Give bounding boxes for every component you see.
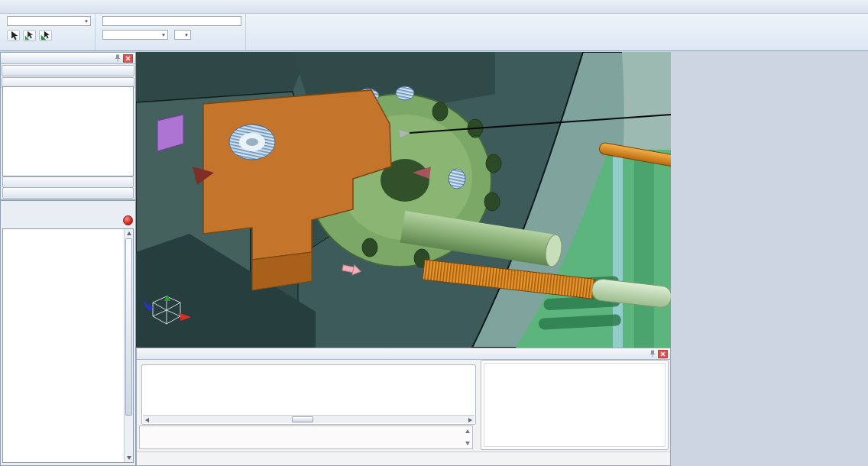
measurement-frame-row: ▼ ▼ bbox=[99, 30, 241, 40]
machine-tree-box bbox=[2, 228, 134, 463]
ribbon-group-entities: ▼ bbox=[0, 13, 96, 50]
measurements-hscrollbar[interactable] bbox=[143, 415, 474, 423]
viewport-3d-scene[interactable] bbox=[136, 52, 671, 348]
select-cursor-button[interactable] bbox=[7, 30, 20, 41]
frame-dropdown[interactable]: ▼ bbox=[102, 30, 168, 40]
machined-part-render bbox=[136, 52, 671, 348]
axis-triad-icon bbox=[142, 293, 193, 328]
entities-list[interactable] bbox=[484, 363, 666, 447]
chevron-down-icon: ▼ bbox=[161, 33, 166, 37]
pin-icon[interactable] bbox=[649, 350, 656, 358]
ribbon: ▼ ▼ ▼ bbox=[0, 0, 868, 51]
chevron-down-icon: ▼ bbox=[84, 19, 89, 24]
measurement-info-box bbox=[139, 426, 473, 449]
machine-panel-title bbox=[1, 201, 135, 212]
measurements-panel bbox=[136, 348, 671, 466]
measurements-panel-titlebar bbox=[137, 348, 670, 360]
pin-icon[interactable] bbox=[115, 54, 121, 62]
machine-toolbar bbox=[1, 212, 135, 228]
entities-group bbox=[481, 360, 669, 450]
close-icon[interactable] bbox=[123, 54, 133, 63]
ribbon-tabs bbox=[0, 0, 868, 14]
machine-tree-scrollbar[interactable] bbox=[124, 229, 133, 462]
measurement-name-row bbox=[99, 16, 241, 26]
resources-tree bbox=[2, 86, 134, 176]
sidebar-section-output[interactable] bbox=[2, 187, 134, 199]
measurements-group bbox=[141, 364, 476, 425]
chevron-down-icon: ▼ bbox=[184, 33, 189, 37]
channel-dropdown[interactable]: ▼ bbox=[174, 30, 191, 40]
type-dropdown[interactable]: ▼ bbox=[7, 16, 91, 26]
measurements-list bbox=[144, 368, 473, 415]
sidebar-section-functions[interactable] bbox=[2, 176, 134, 188]
ribbon-body: ▼ ▼ ▼ bbox=[0, 13, 868, 50]
select-box-cursor-button[interactable] bbox=[23, 30, 36, 41]
measurement-name-input[interactable] bbox=[102, 16, 241, 26]
select-poly-cursor-button[interactable] bbox=[39, 30, 52, 41]
entities-selection-row bbox=[4, 30, 91, 41]
bottom-tab-bar bbox=[137, 451, 670, 465]
ribbon-group-measurement: ▼ ▼ bbox=[96, 13, 246, 50]
resources-panel-titlebar bbox=[1, 53, 135, 64]
sidebar-section-jobs[interactable] bbox=[2, 65, 134, 76]
entities-type-row: ▼ bbox=[4, 16, 91, 26]
resources-panel bbox=[0, 52, 136, 200]
record-icon[interactable] bbox=[123, 215, 133, 225]
close-icon[interactable] bbox=[658, 350, 668, 358]
machine-panel bbox=[0, 200, 136, 466]
